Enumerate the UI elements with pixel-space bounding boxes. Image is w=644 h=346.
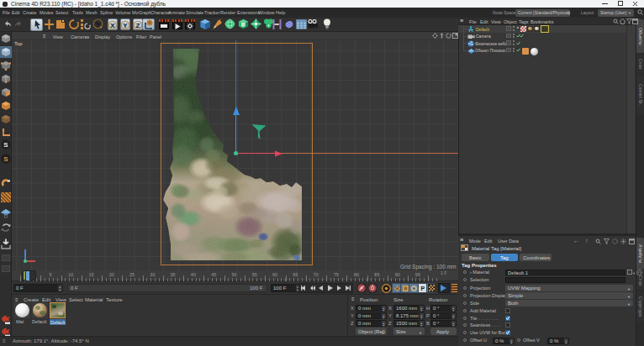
svg-text:Z: Z bbox=[135, 22, 140, 29]
svg-text:S: S bbox=[3, 141, 8, 149]
svg-text:X: X bbox=[110, 22, 115, 29]
svg-text:Y: Y bbox=[123, 22, 128, 29]
svg-text:S: S bbox=[3, 155, 8, 163]
